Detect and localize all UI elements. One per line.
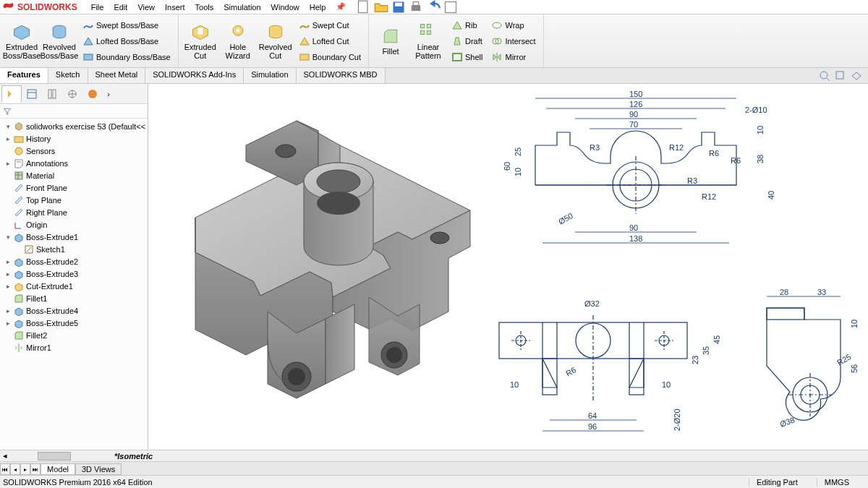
view-orient-icon[interactable]: [851, 70, 862, 82]
tab-features[interactable]: Features: [0, 68, 48, 83]
extruded-cut-button[interactable]: Extruded Cut: [182, 17, 219, 65]
view-tab-model[interactable]: Model: [41, 463, 75, 475]
tree-item-top-plane[interactable]: Top Plane: [0, 194, 148, 206]
svg-rect-105: [767, 308, 804, 320]
qat-new-icon[interactable]: [357, 0, 371, 14]
fillet-button[interactable]: Fillet: [372, 17, 409, 65]
svg-text:10: 10: [756, 126, 765, 134]
svg-point-47: [317, 192, 360, 215]
tree-item-fillet2[interactable]: Fillet2: [0, 329, 148, 341]
tab-nav-last-icon[interactable]: ⏭: [30, 463, 41, 475]
tree-item-cut-extrude1[interactable]: ▸Cut-Extrude1: [0, 280, 148, 292]
menu-view[interactable]: View: [132, 1, 160, 13]
rib-button[interactable]: Rib: [448, 18, 485, 33]
fmtab-tree-icon[interactable]: [1, 85, 22, 103]
svg-text:56: 56: [850, 364, 859, 373]
view-tab-3dviews[interactable]: 3D Views: [75, 463, 122, 475]
status-units[interactable]: MMGS: [817, 478, 856, 487]
qat-save-icon[interactable]: [391, 0, 406, 14]
tab-mbd[interactable]: SOLIDWORKS MBD: [297, 68, 386, 83]
menu-window[interactable]: Window: [266, 1, 305, 13]
tree-filter-row[interactable]: [0, 104, 148, 119]
svg-point-49: [288, 368, 305, 385]
zoom-fit-icon[interactable]: [819, 70, 830, 82]
tree-item-sensors[interactable]: Sensors: [0, 145, 148, 157]
menu-help[interactable]: Help: [305, 1, 331, 13]
shell-button[interactable]: Shell: [448, 50, 485, 64]
horizontal-scrollbar[interactable]: ◂ *Isometric: [0, 450, 868, 461]
lofted-cut-button[interactable]: Lofted Cut: [296, 34, 364, 48]
revolved-boss-button[interactable]: Revolved Boss/Base: [41, 17, 78, 65]
svg-text:38: 38: [756, 155, 765, 163]
qat-undo-icon[interactable]: [426, 0, 441, 14]
tree-item-boss-extrude5[interactable]: ▸Boss-Extrude5: [0, 317, 148, 329]
status-edition: SOLIDWORKS Premium 2016 x64 Edition: [3, 478, 153, 487]
mirror-button[interactable]: Mirror: [488, 50, 538, 64]
tab-nav-prev-icon[interactable]: ◂: [10, 463, 20, 475]
svg-point-31: [88, 90, 97, 98]
tab-sheetmetal[interactable]: Sheet Metal: [88, 68, 146, 83]
lofted-boss-button[interactable]: Lofted Boss/Base: [80, 34, 174, 48]
tree-item-annotations[interactable]: ▸Annotations: [0, 157, 148, 169]
revolved-cut-button[interactable]: Revolved Cut: [257, 17, 294, 65]
extruded-cut-label: Extruded Cut: [183, 43, 218, 60]
wrap-button[interactable]: Wrap: [488, 18, 538, 33]
tab-sketch[interactable]: Sketch: [48, 68, 88, 83]
menu-pin-icon[interactable]: 📌: [331, 1, 351, 13]
tab-nav-first-icon[interactable]: ⏮: [0, 463, 10, 475]
fmtab-property-icon[interactable]: [22, 85, 42, 103]
menu-file[interactable]: File: [86, 1, 109, 13]
qat-print-icon[interactable]: [409, 0, 423, 14]
tree-item-boss-extrude3[interactable]: ▸Boss-Extrude3: [0, 267, 148, 280]
scroll-thumb[interactable]: [38, 452, 71, 461]
tab-nav-next-icon[interactable]: ▸: [20, 463, 30, 475]
svg-text:90: 90: [629, 110, 638, 119]
ribbon-group-boss: Extruded Boss/Base Revolved Boss/Base Sw…: [0, 14, 179, 67]
qat-rebuild-icon[interactable]: [443, 0, 458, 14]
swept-cut-button[interactable]: Swept Cut: [296, 18, 364, 33]
linear-pattern-button[interactable]: Linear Pattern: [409, 17, 447, 65]
extruded-boss-button[interactable]: Extruded Boss/Base: [3, 17, 41, 65]
svg-rect-23: [836, 72, 843, 79]
svg-rect-0: [359, 1, 368, 12]
fmtab-more-icon[interactable]: ›: [103, 85, 114, 103]
tree-item-history[interactable]: ▸History: [0, 132, 148, 145]
tree-root[interactable]: ▾ solidworks exercise 53 (Default<<: [0, 120, 148, 132]
boundary-boss-button[interactable]: Boundary Boss/Base: [80, 50, 174, 64]
graphics-viewport[interactable]: 150 126 90 70 2-Ø10 10 25 60 38 40 R3 R1…: [148, 84, 868, 450]
tree-item-mirror1[interactable]: Mirror1: [0, 341, 148, 354]
fmtab-display-icon[interactable]: [82, 85, 103, 103]
fmtab-dimxpert-icon[interactable]: [62, 85, 82, 103]
tab-simulation[interactable]: Simulation: [244, 68, 296, 83]
svg-text:28: 28: [780, 288, 788, 296]
tree-item-fillet1[interactable]: Fillet1: [0, 292, 148, 304]
fmtab-config-icon[interactable]: [42, 85, 62, 103]
draft-button[interactable]: Draft: [448, 34, 485, 48]
menu-edit[interactable]: Edit: [109, 1, 132, 13]
swept-boss-button[interactable]: Swept Boss/Base: [80, 18, 174, 33]
tree-item-front-plane[interactable]: Front Plane: [0, 181, 148, 194]
ribbon-group-pattern: Fillet Linear Pattern Rib Draft Shell Wr…: [369, 14, 544, 67]
tree-item-material-not-specified-[interactable]: Material: [0, 169, 148, 181]
menu-simulation[interactable]: Simulation: [218, 1, 265, 13]
tree-item-origin[interactable]: Origin: [0, 218, 148, 231]
revolved-cut-label: Revolved Cut: [258, 43, 293, 60]
svg-text:45: 45: [712, 335, 721, 344]
qat-open-icon[interactable]: [374, 0, 388, 14]
tree-item-boss-extrude4[interactable]: ▸Boss-Extrude4: [0, 304, 148, 317]
boundary-cut-button[interactable]: Boundary Cut: [296, 50, 364, 64]
menu-tools[interactable]: Tools: [190, 1, 219, 13]
svg-text:25: 25: [514, 147, 522, 156]
hole-wizard-button[interactable]: Hole Wizard: [219, 17, 257, 65]
menu-insert[interactable]: Insert: [160, 1, 190, 13]
tree-item-sketch1[interactable]: Sketch1: [0, 243, 148, 255]
ribbon-group-cut: Extruded Cut Hole Wizard Revolved Cut Sw…: [179, 14, 369, 67]
tree-item-boss-extrude2[interactable]: ▸Boss-Extrude2: [0, 255, 148, 267]
tree-item-boss-extrude1[interactable]: ▾Boss-Extrude1: [0, 231, 148, 243]
tab-addins[interactable]: SOLIDWORKS Add-Ins: [145, 68, 244, 83]
zoom-area-icon[interactable]: [835, 70, 846, 82]
app-logo: SOLIDWORKS: [3, 1, 77, 14]
intersect-button[interactable]: Intersect: [488, 34, 538, 48]
svg-text:64: 64: [588, 411, 597, 420]
tree-item-right-plane[interactable]: Right Plane: [0, 206, 148, 218]
